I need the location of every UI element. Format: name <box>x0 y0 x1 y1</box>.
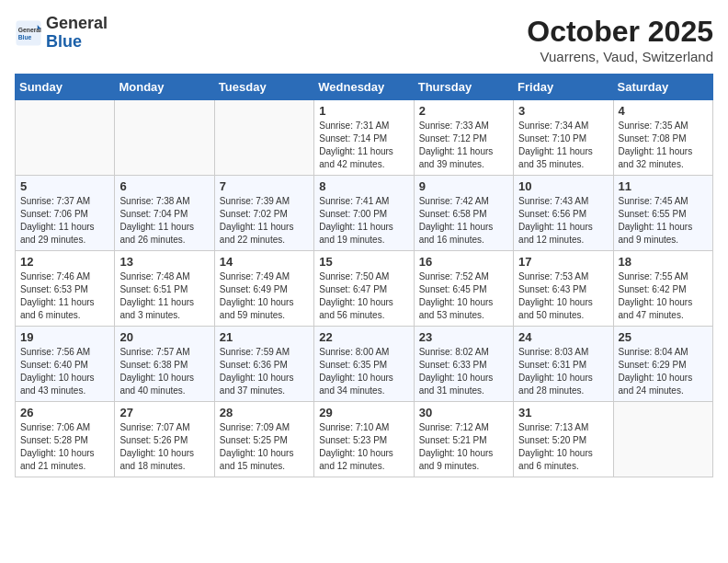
day-number: 20 <box>119 330 209 344</box>
calendar-cell <box>214 100 313 176</box>
day-number: 10 <box>518 179 608 193</box>
calendar-week-row: 26Sunrise: 7:06 AM Sunset: 5:28 PM Dayli… <box>16 402 713 477</box>
day-number: 8 <box>319 179 408 193</box>
weekday-row: SundayMondayTuesdayWednesdayThursdayFrid… <box>16 75 713 100</box>
calendar-cell: 12Sunrise: 7:46 AM Sunset: 6:53 PM Dayli… <box>16 251 115 327</box>
day-number: 25 <box>619 330 708 344</box>
calendar-week-row: 12Sunrise: 7:46 AM Sunset: 6:53 PM Dayli… <box>16 251 713 327</box>
day-info: Sunrise: 7:57 AM Sunset: 6:38 PM Dayligh… <box>119 346 209 397</box>
day-number: 21 <box>220 330 309 344</box>
day-number: 7 <box>220 179 309 193</box>
calendar-cell: 23Sunrise: 8:02 AM Sunset: 6:33 PM Dayli… <box>414 327 513 402</box>
month-title: October 2025 <box>527 15 713 49</box>
weekday-header: Monday <box>115 75 214 100</box>
calendar-week-row: 19Sunrise: 7:56 AM Sunset: 6:40 PM Dayli… <box>16 327 713 402</box>
calendar-cell: 31Sunrise: 7:13 AM Sunset: 5:20 PM Dayli… <box>514 402 613 477</box>
day-info: Sunrise: 7:53 AM Sunset: 6:43 PM Dayligh… <box>518 270 608 322</box>
calendar-cell: 19Sunrise: 7:56 AM Sunset: 6:40 PM Dayli… <box>16 327 115 402</box>
svg-rect-0 <box>17 20 41 45</box>
day-number: 23 <box>419 330 508 344</box>
calendar-cell: 27Sunrise: 7:07 AM Sunset: 5:26 PM Dayli… <box>115 402 214 477</box>
day-info: Sunrise: 7:55 AM Sunset: 6:42 PM Dayligh… <box>619 270 708 322</box>
weekday-header: Sunday <box>16 75 115 100</box>
day-info: Sunrise: 7:35 AM Sunset: 7:08 PM Dayligh… <box>619 120 708 171</box>
calendar-cell: 16Sunrise: 7:52 AM Sunset: 6:45 PM Dayli… <box>414 251 513 327</box>
day-number: 22 <box>319 330 408 344</box>
calendar-cell: 10Sunrise: 7:43 AM Sunset: 6:56 PM Dayli… <box>514 176 613 251</box>
location: Vuarrens, Vaud, Switzerland <box>527 49 713 64</box>
day-info: Sunrise: 7:48 AM Sunset: 6:51 PM Dayligh… <box>119 270 209 322</box>
day-number: 3 <box>518 104 608 118</box>
page-header: General Blue General Blue October 2025 V… <box>15 15 713 64</box>
calendar-cell: 25Sunrise: 8:04 AM Sunset: 6:29 PM Dayli… <box>613 327 712 402</box>
day-info: Sunrise: 7:41 AM Sunset: 7:00 PM Dayligh… <box>319 195 408 247</box>
day-info: Sunrise: 7:09 AM Sunset: 5:25 PM Dayligh… <box>220 421 309 473</box>
weekday-header: Friday <box>514 75 613 100</box>
weekday-header: Thursday <box>414 75 513 100</box>
day-number: 26 <box>20 406 109 419</box>
day-number: 16 <box>419 255 508 269</box>
day-info: Sunrise: 7:31 AM Sunset: 7:14 PM Dayligh… <box>319 120 408 171</box>
day-info: Sunrise: 7:45 AM Sunset: 6:55 PM Dayligh… <box>619 195 708 247</box>
calendar-cell: 1Sunrise: 7:31 AM Sunset: 7:14 PM Daylig… <box>314 100 414 176</box>
day-number: 27 <box>119 406 209 419</box>
day-number: 4 <box>619 104 708 118</box>
calendar-cell: 29Sunrise: 7:10 AM Sunset: 5:23 PM Dayli… <box>314 402 414 477</box>
calendar-cell: 6Sunrise: 7:38 AM Sunset: 7:04 PM Daylig… <box>115 176 214 251</box>
calendar-cell: 15Sunrise: 7:50 AM Sunset: 6:47 PM Dayli… <box>314 251 414 327</box>
title-area: October 2025 Vuarrens, Vaud, Switzerland <box>527 15 713 64</box>
calendar-cell: 13Sunrise: 7:48 AM Sunset: 6:51 PM Dayli… <box>115 251 214 327</box>
logo-icon: General Blue <box>15 19 42 47</box>
day-info: Sunrise: 7:59 AM Sunset: 6:36 PM Dayligh… <box>220 346 309 397</box>
calendar-cell: 4Sunrise: 7:35 AM Sunset: 7:08 PM Daylig… <box>613 100 712 176</box>
day-number: 9 <box>419 179 508 193</box>
calendar-cell: 8Sunrise: 7:41 AM Sunset: 7:00 PM Daylig… <box>314 176 414 251</box>
calendar-body: 1Sunrise: 7:31 AM Sunset: 7:14 PM Daylig… <box>16 100 713 477</box>
calendar-cell: 3Sunrise: 7:34 AM Sunset: 7:10 PM Daylig… <box>514 100 613 176</box>
day-number: 30 <box>419 406 508 419</box>
day-number: 31 <box>518 406 608 419</box>
day-info: Sunrise: 7:50 AM Sunset: 6:47 PM Dayligh… <box>319 270 408 322</box>
calendar-cell: 14Sunrise: 7:49 AM Sunset: 6:49 PM Dayli… <box>214 251 313 327</box>
day-number: 1 <box>319 104 408 118</box>
day-number: 17 <box>518 255 608 269</box>
calendar-cell: 21Sunrise: 7:59 AM Sunset: 6:36 PM Dayli… <box>214 327 313 402</box>
day-info: Sunrise: 7:39 AM Sunset: 7:02 PM Dayligh… <box>220 195 309 247</box>
logo-blue: Blue <box>46 32 82 51</box>
day-number: 24 <box>518 330 608 344</box>
calendar-cell: 24Sunrise: 8:03 AM Sunset: 6:31 PM Dayli… <box>514 327 613 402</box>
calendar-header: SundayMondayTuesdayWednesdayThursdayFrid… <box>16 75 713 100</box>
day-number: 28 <box>220 406 309 419</box>
day-number: 5 <box>20 179 109 193</box>
calendar-cell: 18Sunrise: 7:55 AM Sunset: 6:42 PM Dayli… <box>613 251 712 327</box>
calendar-cell: 20Sunrise: 7:57 AM Sunset: 6:38 PM Dayli… <box>115 327 214 402</box>
day-info: Sunrise: 8:02 AM Sunset: 6:33 PM Dayligh… <box>419 346 508 397</box>
svg-text:Blue: Blue <box>18 34 32 40</box>
calendar-cell <box>115 100 214 176</box>
day-info: Sunrise: 8:04 AM Sunset: 6:29 PM Dayligh… <box>619 346 708 397</box>
day-info: Sunrise: 7:33 AM Sunset: 7:12 PM Dayligh… <box>419 120 508 171</box>
calendar-cell: 26Sunrise: 7:06 AM Sunset: 5:28 PM Dayli… <box>16 402 115 477</box>
day-info: Sunrise: 8:00 AM Sunset: 6:35 PM Dayligh… <box>319 346 408 397</box>
day-info: Sunrise: 7:37 AM Sunset: 7:06 PM Dayligh… <box>20 195 109 247</box>
calendar-week-row: 5Sunrise: 7:37 AM Sunset: 7:06 PM Daylig… <box>16 176 713 251</box>
day-info: Sunrise: 7:10 AM Sunset: 5:23 PM Dayligh… <box>319 421 408 473</box>
calendar-cell: 7Sunrise: 7:39 AM Sunset: 7:02 PM Daylig… <box>214 176 313 251</box>
day-info: Sunrise: 7:34 AM Sunset: 7:10 PM Dayligh… <box>518 120 608 171</box>
day-number: 14 <box>220 255 309 269</box>
calendar-cell: 17Sunrise: 7:53 AM Sunset: 6:43 PM Dayli… <box>514 251 613 327</box>
logo: General Blue General Blue <box>15 15 108 52</box>
day-info: Sunrise: 8:03 AM Sunset: 6:31 PM Dayligh… <box>518 346 608 397</box>
calendar-cell: 11Sunrise: 7:45 AM Sunset: 6:55 PM Dayli… <box>613 176 712 251</box>
day-info: Sunrise: 7:49 AM Sunset: 6:49 PM Dayligh… <box>220 270 309 322</box>
day-info: Sunrise: 7:07 AM Sunset: 5:26 PM Dayligh… <box>119 421 209 473</box>
day-info: Sunrise: 7:56 AM Sunset: 6:40 PM Dayligh… <box>20 346 109 397</box>
day-number: 11 <box>619 179 708 193</box>
calendar-week-row: 1Sunrise: 7:31 AM Sunset: 7:14 PM Daylig… <box>16 100 713 176</box>
day-number: 6 <box>119 179 209 193</box>
calendar-cell: 30Sunrise: 7:12 AM Sunset: 5:21 PM Dayli… <box>414 402 513 477</box>
calendar-cell: 28Sunrise: 7:09 AM Sunset: 5:25 PM Dayli… <box>214 402 313 477</box>
day-info: Sunrise: 7:43 AM Sunset: 6:56 PM Dayligh… <box>518 195 608 247</box>
day-info: Sunrise: 7:13 AM Sunset: 5:20 PM Dayligh… <box>518 421 608 473</box>
day-info: Sunrise: 7:38 AM Sunset: 7:04 PM Dayligh… <box>119 195 209 247</box>
